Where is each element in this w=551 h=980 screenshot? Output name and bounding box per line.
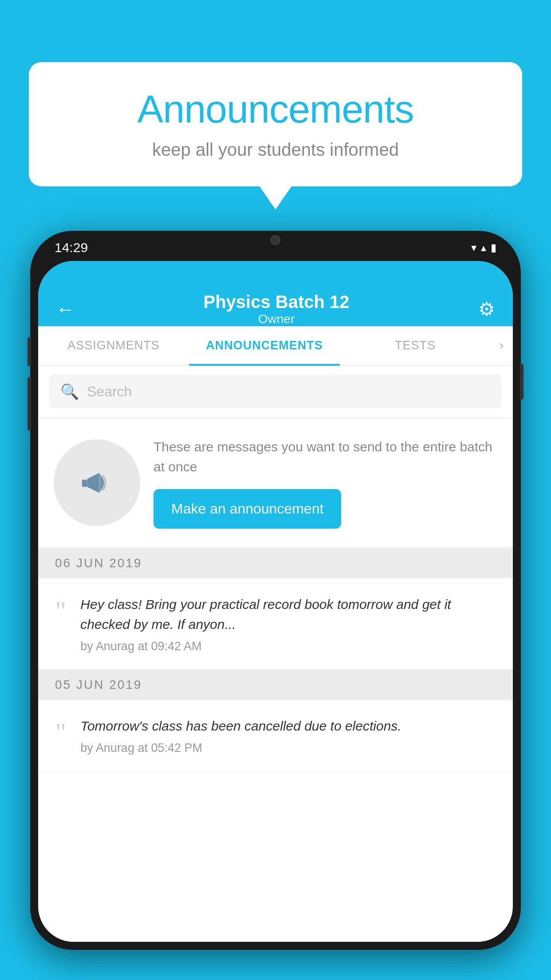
speech-bubble: Announcements keep all your students inf… [29, 62, 522, 186]
speech-bubble-title: Announcements [55, 87, 496, 132]
megaphone-icon [77, 463, 117, 503]
app-content: 🔍 Search [38, 366, 513, 771]
wifi-icon: ▾ [471, 241, 476, 254]
announcement-item-2[interactable]: " Tomorrow's class has been cancelled du… [38, 700, 513, 771]
tab-assignments[interactable]: ASSIGNMENTS [38, 326, 189, 365]
header-subtitle: Owner [203, 312, 349, 326]
svg-marker-0 [87, 473, 99, 493]
quote-icon-2: " [55, 719, 66, 746]
signal-icon: ▴ [481, 241, 486, 254]
announcement-body-1: Hey class! Bring your practical record b… [80, 594, 496, 653]
announcement-meta-2: by Anurag at 05:42 PM [80, 741, 496, 755]
promo-right: These are messages you want to send to t… [153, 437, 497, 529]
announcement-body-2: Tomorrow's class has been cancelled due … [80, 716, 496, 755]
tab-tests[interactable]: TESTS [340, 326, 491, 365]
date-divider-1: 06 JUN 2019 [38, 548, 513, 578]
search-bar[interactable]: 🔍 Search [49, 375, 502, 408]
promo-icon-circle [54, 439, 140, 526]
announcement-text-2: Tomorrow's class has been cancelled due … [80, 716, 496, 736]
tabs-bar: ASSIGNMENTS ANNOUNCEMENTS TESTS › [38, 326, 513, 366]
phone-notch [236, 231, 315, 249]
svg-rect-1 [82, 479, 87, 486]
tab-more[interactable]: › [491, 326, 513, 365]
battery-icon: ▮ [491, 241, 496, 254]
search-placeholder: Search [87, 383, 132, 400]
announcement-promo: These are messages you want to send to t… [38, 419, 513, 546]
status-time: 14:29 [55, 240, 88, 255]
speech-bubble-subtitle: keep all your students informed [55, 140, 496, 160]
search-icon: 🔍 [60, 383, 79, 400]
app-header: ← Physics Batch 12 Owner ⚙ [38, 261, 513, 326]
announcement-text-1: Hey class! Bring your practical record b… [80, 594, 496, 634]
promo-description: These are messages you want to send to t… [153, 437, 497, 477]
speech-bubble-container: Announcements keep all your students inf… [29, 62, 522, 186]
header-title-group: Physics Batch 12 Owner [203, 292, 349, 326]
phone-camera [271, 235, 280, 245]
phone-outer: 14:29 ▾ ▴ ▮ ← Physics Batch 12 Owner ⚙ [30, 231, 521, 950]
make-announcement-button[interactable]: Make an announcement [153, 489, 341, 529]
date-divider-2: 05 JUN 2019 [38, 670, 513, 700]
power-button [520, 364, 523, 399]
tab-announcements[interactable]: ANNOUNCEMENTS [189, 326, 340, 365]
search-bar-container: 🔍 Search [38, 366, 513, 417]
phone-container: 14:29 ▾ ▴ ▮ ← Physics Batch 12 Owner ⚙ [30, 231, 521, 950]
gear-icon[interactable]: ⚙ [478, 298, 495, 320]
quote-icon-1: " [55, 597, 66, 624]
volume-down-button [28, 377, 31, 431]
volume-up-button [28, 337, 31, 366]
announcement-meta-1: by Anurag at 09:42 AM [80, 640, 496, 653]
status-icons: ▾ ▴ ▮ [471, 241, 496, 254]
announcement-item-1[interactable]: " Hey class! Bring your practical record… [38, 578, 513, 670]
back-button[interactable]: ← [56, 299, 75, 320]
phone-screen: ← Physics Batch 12 Owner ⚙ ASSIGNMENTS A… [38, 261, 513, 942]
header-title: Physics Batch 12 [203, 292, 349, 312]
